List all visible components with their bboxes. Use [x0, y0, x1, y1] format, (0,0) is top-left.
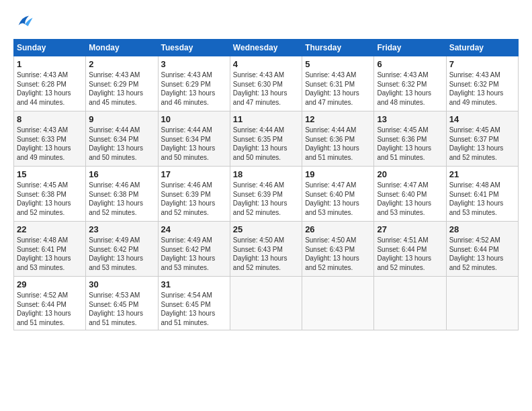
- day-number: 14: [449, 114, 515, 124]
- calendar-cell: 6Sunrise: 4:43 AM Sunset: 6:32 PM Daylig…: [374, 56, 446, 111]
- logo: [13, 12, 34, 34]
- calendar-cell: 7Sunrise: 4:43 AM Sunset: 6:32 PM Daylig…: [446, 56, 518, 111]
- day-info: Sunrise: 4:43 AM Sunset: 6:28 PM Dayligh…: [17, 71, 83, 107]
- day-info: Sunrise: 4:48 AM Sunset: 6:41 PM Dayligh…: [449, 181, 515, 217]
- day-info: Sunrise: 4:43 AM Sunset: 6:31 PM Dayligh…: [305, 71, 371, 107]
- day-number: 31: [161, 279, 227, 289]
- day-number: 29: [17, 279, 83, 289]
- day-number: 15: [17, 169, 83, 179]
- day-info: Sunrise: 4:50 AM Sunset: 6:43 PM Dayligh…: [305, 236, 371, 272]
- day-info: Sunrise: 4:43 AM Sunset: 6:29 PM Dayligh…: [89, 71, 154, 107]
- calendar-cell: [374, 277, 446, 330]
- day-info: Sunrise: 4:49 AM Sunset: 6:42 PM Dayligh…: [89, 236, 154, 272]
- day-info: Sunrise: 4:43 AM Sunset: 6:30 PM Dayligh…: [233, 71, 299, 107]
- day-number: 1: [17, 59, 83, 69]
- day-number: 26: [305, 224, 371, 234]
- day-info: Sunrise: 4:45 AM Sunset: 6:37 PM Dayligh…: [449, 126, 515, 162]
- calendar-cell: [302, 277, 374, 330]
- calendar-cell: 29Sunrise: 4:52 AM Sunset: 6:44 PM Dayli…: [14, 277, 86, 330]
- day-number: 9: [89, 114, 154, 124]
- calendar-cell: 10Sunrise: 4:44 AM Sunset: 6:34 PM Dayli…: [158, 111, 230, 167]
- calendar-cell: 21Sunrise: 4:48 AM Sunset: 6:41 PM Dayli…: [446, 167, 518, 222]
- calendar-week-row: 29Sunrise: 4:52 AM Sunset: 6:44 PM Dayli…: [14, 277, 519, 330]
- calendar-cell: 30Sunrise: 4:53 AM Sunset: 6:45 PM Dayli…: [86, 277, 158, 330]
- day-number: 12: [305, 114, 371, 124]
- header-monday: Monday: [86, 40, 158, 56]
- day-number: 16: [89, 169, 154, 179]
- day-info: Sunrise: 4:54 AM Sunset: 6:45 PM Dayligh…: [161, 291, 227, 327]
- day-info: Sunrise: 4:43 AM Sunset: 6:33 PM Dayligh…: [17, 126, 83, 162]
- day-info: Sunrise: 4:44 AM Sunset: 6:34 PM Dayligh…: [89, 126, 154, 162]
- day-number: 20: [377, 169, 443, 179]
- day-info: Sunrise: 4:44 AM Sunset: 6:36 PM Dayligh…: [305, 126, 371, 162]
- day-info: Sunrise: 4:43 AM Sunset: 6:32 PM Dayligh…: [449, 71, 515, 107]
- header: [13, 12, 519, 34]
- calendar-cell: [230, 277, 302, 330]
- calendar-cell: 20Sunrise: 4:47 AM Sunset: 6:40 PM Dayli…: [374, 167, 446, 222]
- day-number: 19: [305, 169, 371, 179]
- day-info: Sunrise: 4:46 AM Sunset: 6:38 PM Dayligh…: [89, 181, 154, 217]
- logo-icon: [15, 12, 34, 31]
- header-wednesday: Wednesday: [230, 40, 302, 56]
- day-info: Sunrise: 4:44 AM Sunset: 6:34 PM Dayligh…: [161, 126, 227, 162]
- header-saturday: Saturday: [446, 40, 518, 56]
- day-number: 28: [449, 224, 515, 234]
- day-info: Sunrise: 4:50 AM Sunset: 6:43 PM Dayligh…: [233, 236, 299, 272]
- page: Sunday Monday Tuesday Wednesday Thursday…: [0, 0, 532, 337]
- calendar-cell: 27Sunrise: 4:51 AM Sunset: 6:44 PM Dayli…: [374, 222, 446, 277]
- calendar-cell: 11Sunrise: 4:44 AM Sunset: 6:35 PM Dayli…: [230, 111, 302, 167]
- calendar-cell: 19Sunrise: 4:47 AM Sunset: 6:40 PM Dayli…: [302, 167, 374, 222]
- day-info: Sunrise: 4:47 AM Sunset: 6:40 PM Dayligh…: [305, 181, 371, 217]
- day-number: 8: [17, 114, 83, 124]
- calendar-cell: 8Sunrise: 4:43 AM Sunset: 6:33 PM Daylig…: [14, 111, 86, 167]
- day-info: Sunrise: 4:49 AM Sunset: 6:42 PM Dayligh…: [161, 236, 227, 272]
- calendar-cell: 17Sunrise: 4:46 AM Sunset: 6:39 PM Dayli…: [158, 167, 230, 222]
- calendar-cell: 23Sunrise: 4:49 AM Sunset: 6:42 PM Dayli…: [86, 222, 158, 277]
- day-info: Sunrise: 4:43 AM Sunset: 6:29 PM Dayligh…: [161, 71, 227, 107]
- header-friday: Friday: [374, 40, 446, 56]
- calendar-week-row: 1Sunrise: 4:43 AM Sunset: 6:28 PM Daylig…: [14, 56, 519, 111]
- calendar-cell: 22Sunrise: 4:48 AM Sunset: 6:41 PM Dayli…: [14, 222, 86, 277]
- day-number: 11: [233, 114, 299, 124]
- day-number: 18: [233, 169, 299, 179]
- calendar-table: Sunday Monday Tuesday Wednesday Thursday…: [13, 39, 519, 330]
- calendar-header-row: Sunday Monday Tuesday Wednesday Thursday…: [14, 40, 519, 56]
- day-number: 17: [161, 169, 227, 179]
- header-thursday: Thursday: [302, 40, 374, 56]
- header-tuesday: Tuesday: [158, 40, 230, 56]
- calendar-week-row: 22Sunrise: 4:48 AM Sunset: 6:41 PM Dayli…: [14, 222, 519, 277]
- day-info: Sunrise: 4:44 AM Sunset: 6:35 PM Dayligh…: [233, 126, 299, 162]
- calendar-cell: 24Sunrise: 4:49 AM Sunset: 6:42 PM Dayli…: [158, 222, 230, 277]
- calendar-cell: 14Sunrise: 4:45 AM Sunset: 6:37 PM Dayli…: [446, 111, 518, 167]
- calendar-cell: 9Sunrise: 4:44 AM Sunset: 6:34 PM Daylig…: [86, 111, 158, 167]
- day-info: Sunrise: 4:45 AM Sunset: 6:38 PM Dayligh…: [17, 181, 83, 217]
- day-number: 22: [17, 224, 83, 234]
- calendar-cell: 25Sunrise: 4:50 AM Sunset: 6:43 PM Dayli…: [230, 222, 302, 277]
- calendar-cell: 12Sunrise: 4:44 AM Sunset: 6:36 PM Dayli…: [302, 111, 374, 167]
- calendar-cell: 1Sunrise: 4:43 AM Sunset: 6:28 PM Daylig…: [14, 56, 86, 111]
- calendar-cell: 31Sunrise: 4:54 AM Sunset: 6:45 PM Dayli…: [158, 277, 230, 330]
- day-info: Sunrise: 4:52 AM Sunset: 6:44 PM Dayligh…: [449, 236, 515, 272]
- calendar-cell: 3Sunrise: 4:43 AM Sunset: 6:29 PM Daylig…: [158, 56, 230, 111]
- day-info: Sunrise: 4:47 AM Sunset: 6:40 PM Dayligh…: [377, 181, 443, 217]
- calendar-cell: 13Sunrise: 4:45 AM Sunset: 6:36 PM Dayli…: [374, 111, 446, 167]
- calendar-cell: [446, 277, 518, 330]
- day-info: Sunrise: 4:53 AM Sunset: 6:45 PM Dayligh…: [89, 291, 154, 327]
- day-number: 23: [89, 224, 154, 234]
- day-number: 10: [161, 114, 227, 124]
- day-info: Sunrise: 4:51 AM Sunset: 6:44 PM Dayligh…: [377, 236, 443, 272]
- day-number: 4: [233, 59, 299, 69]
- calendar-cell: 28Sunrise: 4:52 AM Sunset: 6:44 PM Dayli…: [446, 222, 518, 277]
- day-number: 24: [161, 224, 227, 234]
- calendar-cell: 15Sunrise: 4:45 AM Sunset: 6:38 PM Dayli…: [14, 167, 86, 222]
- day-info: Sunrise: 4:46 AM Sunset: 6:39 PM Dayligh…: [233, 181, 299, 217]
- calendar-cell: 18Sunrise: 4:46 AM Sunset: 6:39 PM Dayli…: [230, 167, 302, 222]
- calendar-cell: 2Sunrise: 4:43 AM Sunset: 6:29 PM Daylig…: [86, 56, 158, 111]
- day-info: Sunrise: 4:43 AM Sunset: 6:32 PM Dayligh…: [377, 71, 443, 107]
- day-number: 27: [377, 224, 443, 234]
- calendar-cell: 5Sunrise: 4:43 AM Sunset: 6:31 PM Daylig…: [302, 56, 374, 111]
- day-info: Sunrise: 4:46 AM Sunset: 6:39 PM Dayligh…: [161, 181, 227, 217]
- day-number: 21: [449, 169, 515, 179]
- day-number: 7: [449, 59, 515, 69]
- calendar-week-row: 8Sunrise: 4:43 AM Sunset: 6:33 PM Daylig…: [14, 111, 519, 167]
